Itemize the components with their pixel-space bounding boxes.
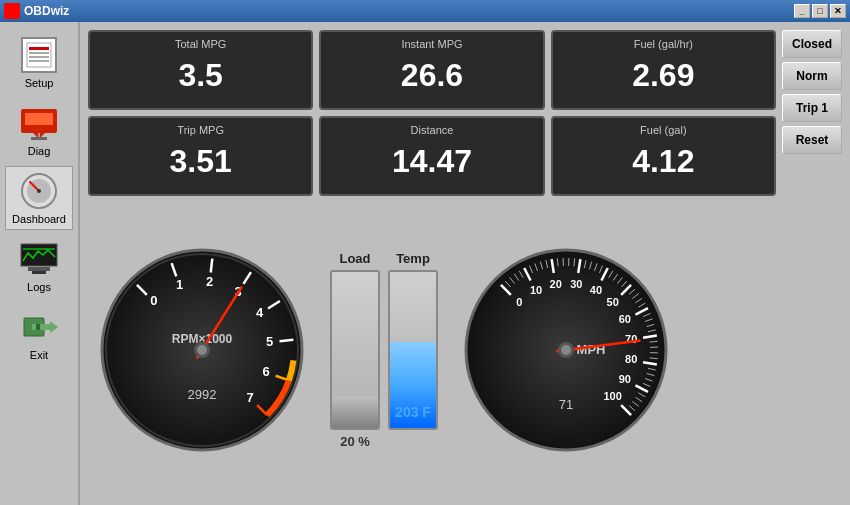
rpm-canvas [92, 240, 312, 460]
exit-label: Exit [30, 349, 48, 361]
temp-label: Temp [396, 251, 430, 266]
right-buttons-panel: Closed Norm Trip 1 Reset [782, 30, 842, 196]
main-container: Setup Diag [0, 22, 850, 505]
sidebar-item-dashboard[interactable]: Dashboard [5, 166, 73, 230]
dashboard-label: Dashboard [12, 213, 66, 225]
trip-mpg-box: Trip MPG 3.51 [88, 116, 313, 196]
svg-rect-6 [25, 113, 53, 125]
maximize-button[interactable]: □ [812, 4, 828, 18]
stats-row-1: Total MPG 3.5 Instant MPG 26.6 Fuel (gal… [88, 30, 776, 110]
setup-icon [19, 35, 59, 75]
gauge-section: Load 20 % Temp 203 F [88, 202, 842, 497]
load-label: Load [339, 251, 370, 266]
trip-mpg-label: Trip MPG [177, 124, 224, 136]
total-mpg-value: 3.5 [178, 57, 222, 94]
logs-icon [19, 239, 59, 279]
rpm-gauge [92, 240, 312, 460]
titlebar: OBDwiz _ □ ✕ [0, 0, 850, 22]
diag-label: Diag [28, 145, 51, 157]
diag-icon [19, 103, 59, 143]
instant-mpg-value: 26.6 [401, 57, 463, 94]
load-value: 20 % [340, 434, 370, 449]
app-title: OBDwiz [24, 4, 69, 18]
close-button[interactable]: ✕ [830, 4, 846, 18]
svg-rect-1 [29, 47, 49, 50]
stats-columns: Total MPG 3.5 Instant MPG 26.6 Fuel (gal… [88, 30, 776, 196]
sidebar-item-setup[interactable]: Setup [5, 30, 73, 94]
svg-rect-4 [29, 60, 49, 62]
fuel-gal-box: Fuel (gal) 4.12 [551, 116, 776, 196]
stats-row-2: Trip MPG 3.51 Distance 14.47 Fuel (gal) … [88, 116, 776, 196]
svg-rect-2 [29, 52, 49, 54]
speed-canvas [456, 240, 676, 460]
total-mpg-box: Total MPG 3.5 [88, 30, 313, 110]
temp-track: 203 F [388, 270, 438, 430]
fuel-gal-value: 4.12 [632, 143, 694, 180]
fuel-gal-label: Fuel (gal) [640, 124, 686, 136]
window-controls: _ □ ✕ [794, 4, 846, 18]
temp-value: 203 F [390, 404, 436, 420]
speed-gauge [456, 240, 676, 460]
stats-section: Total MPG 3.5 Instant MPG 26.6 Fuel (gal… [88, 30, 842, 196]
fuel-gal-hr-value: 2.69 [632, 57, 694, 94]
sidebar-item-diag[interactable]: Diag [5, 98, 73, 162]
load-track [330, 270, 380, 430]
trip-mpg-value: 3.51 [170, 143, 232, 180]
instant-mpg-box: Instant MPG 26.6 [319, 30, 544, 110]
svg-rect-17 [32, 271, 46, 274]
svg-rect-3 [29, 56, 49, 58]
sidebar-item-exit[interactable]: Exit [5, 302, 73, 366]
reset-button[interactable]: Reset [782, 126, 842, 154]
svg-point-13 [37, 189, 41, 193]
sidebar-item-logs[interactable]: Logs [5, 234, 73, 298]
app-icon [4, 3, 20, 19]
trip1-button[interactable]: Trip 1 [782, 94, 842, 122]
load-fill [332, 396, 378, 427]
svg-marker-20 [50, 321, 58, 333]
fuel-gal-hr-label: Fuel (gal/hr) [634, 38, 693, 50]
instant-mpg-label: Instant MPG [401, 38, 462, 50]
setup-label: Setup [25, 77, 54, 89]
distance-value: 14.47 [392, 143, 472, 180]
logs-label: Logs [27, 281, 51, 293]
distance-label: Distance [411, 124, 454, 136]
content-area: Total MPG 3.5 Instant MPG 26.6 Fuel (gal… [80, 22, 850, 505]
temp-gauge: Temp 203 F [388, 251, 438, 449]
norm-button[interactable]: Norm [782, 62, 842, 90]
load-gauge: Load 20 % [330, 251, 380, 449]
closed-button[interactable]: Closed [782, 30, 842, 58]
distance-box: Distance 14.47 [319, 116, 544, 196]
dashboard-icon [19, 171, 59, 211]
svg-rect-0 [27, 43, 51, 67]
fuel-gal-hr-box: Fuel (gal/hr) 2.69 [551, 30, 776, 110]
minimize-button[interactable]: _ [794, 4, 810, 18]
svg-rect-16 [28, 267, 50, 271]
total-mpg-label: Total MPG [175, 38, 226, 50]
exit-icon [19, 307, 59, 347]
svg-rect-21 [36, 324, 40, 330]
sidebar: Setup Diag [0, 22, 80, 505]
svg-rect-9 [31, 137, 47, 140]
